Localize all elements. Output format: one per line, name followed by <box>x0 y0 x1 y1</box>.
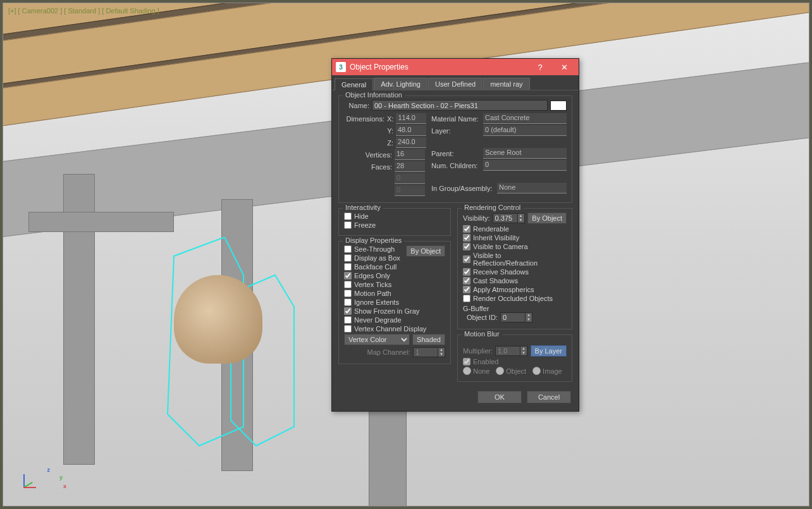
layer: 0 (default) <box>483 125 567 136</box>
tab-general[interactable]: General <box>335 78 373 90</box>
cancel-button[interactable]: Cancel <box>527 391 571 403</box>
chk-hide[interactable]: Hide <box>344 212 445 220</box>
dim-label: Dimensions: <box>344 115 384 123</box>
object-info-group: Object Information Name: Dimensions:X:11… <box>338 95 572 203</box>
motion-blur-group: Motion Blur Multiplier: ▲▼ By Layer Enab… <box>457 334 572 382</box>
object-id-spinner[interactable]: ▲▼ <box>500 312 532 322</box>
tab-mental-ray[interactable]: mental ray <box>483 78 529 90</box>
radio-mb-object: Object <box>496 367 526 375</box>
chk-visible-reflection[interactable]: Visible to Reflection/Refraction <box>463 252 567 267</box>
help-button[interactable]: ? <box>528 59 552 75</box>
chk-cast-shadows[interactable]: Cast Shadows <box>463 277 567 285</box>
chk-display-as-box[interactable]: Display as Box <box>344 254 403 262</box>
visibility-spinner[interactable]: ▲▼ <box>493 213 525 223</box>
chk-inherit-visibility[interactable]: Inherit Visibility <box>463 234 567 242</box>
chk-motion-path[interactable]: Motion Path <box>344 290 445 297</box>
group-assembly: None <box>497 183 567 193</box>
dialog-title: Object Properties <box>350 63 528 71</box>
display-by-object-button[interactable]: By Object <box>406 245 445 257</box>
chk-apply-atmospherics[interactable]: Apply Atmospherics <box>463 286 567 293</box>
chk-visible-camera[interactable]: Visible to Camera <box>463 243 567 250</box>
display-props-group: Display Properties See-Through Display a… <box>338 241 451 364</box>
object-info-legend: Object Information <box>343 91 405 99</box>
radio-mb-image: Image <box>532 367 562 375</box>
chk-mb-enabled: Enabled <box>463 358 567 365</box>
chk-vertex-ticks[interactable]: Vertex Ticks <box>344 281 445 288</box>
chk-ignore-extents[interactable]: Ignore Extents <box>344 298 445 306</box>
dim-z: 240.0 <box>396 137 426 148</box>
num-children: 0 <box>483 160 567 171</box>
name-label: Name: <box>344 102 369 109</box>
tab-user-defined[interactable]: User Defined <box>428 78 483 90</box>
faces: 28 <box>395 161 425 172</box>
rendering-control-group: Rendering Control Visibility: ▲▼ By Obje… <box>457 208 572 329</box>
chk-render-occluded[interactable]: Render Occluded Objects <box>463 295 567 302</box>
name-input[interactable] <box>372 100 548 111</box>
map-channel-spinner[interactable]: ▲▼ <box>413 347 445 357</box>
chk-see-through[interactable]: See-Through <box>344 245 403 253</box>
shaded-button[interactable]: Shaded <box>412 334 445 345</box>
chk-renderable[interactable]: Renderable <box>463 225 567 233</box>
rendering-by-object-button[interactable]: By Object <box>527 212 567 224</box>
chk-never-degrade[interactable]: Never Degrade <box>344 316 445 324</box>
chk-backface-cull[interactable]: Backface Cull <box>344 263 445 271</box>
dim-x: 114.0 <box>396 113 426 124</box>
close-button[interactable]: ✕ <box>552 59 576 75</box>
interactivity-group: Interactivity Hide Freeze <box>338 208 451 236</box>
chk-receive-shadows[interactable]: Receive Shadows <box>463 268 567 276</box>
dim-y: 48.0 <box>396 125 426 136</box>
by-layer-button[interactable]: By Layer <box>531 345 567 357</box>
viewport-label[interactable]: [+] [ Camera002 ] [ Standard ] [ Default… <box>8 7 159 15</box>
app-icon: 3 <box>336 62 346 72</box>
object-properties-dialog: 3 Object Properties ? ✕ General Adv. Lig… <box>331 58 579 412</box>
vertex-color-select[interactable]: Vertex Color <box>344 334 410 345</box>
dialog-titlebar[interactable]: 3 Object Properties ? ✕ <box>332 59 579 75</box>
parent: Scene Root <box>483 148 567 159</box>
multiplier-spinner: ▲▼ <box>495 346 527 356</box>
material-name: Cast Concrete <box>483 113 567 124</box>
scene-object <box>174 275 262 364</box>
gbuffer-label: G-Buffer <box>463 305 567 312</box>
axis-gizmo[interactable]: z y x <box>15 469 40 494</box>
radio-mb-none: None <box>463 367 489 375</box>
chk-vertex-channel[interactable]: Vertex Channel Display <box>344 325 445 333</box>
vertices: 16 <box>395 149 425 160</box>
tab-adv-lighting[interactable]: Adv. Lighting <box>374 78 428 90</box>
color-swatch[interactable] <box>550 101 567 111</box>
chk-edges-only[interactable]: Edges Only <box>344 272 445 279</box>
chk-show-frozen[interactable]: Show Frozen in Gray <box>344 307 445 315</box>
ok-button[interactable]: OK <box>477 391 522 403</box>
chk-freeze[interactable]: Freeze <box>344 221 445 229</box>
tabs: General Adv. Lighting User Defined menta… <box>332 75 579 90</box>
